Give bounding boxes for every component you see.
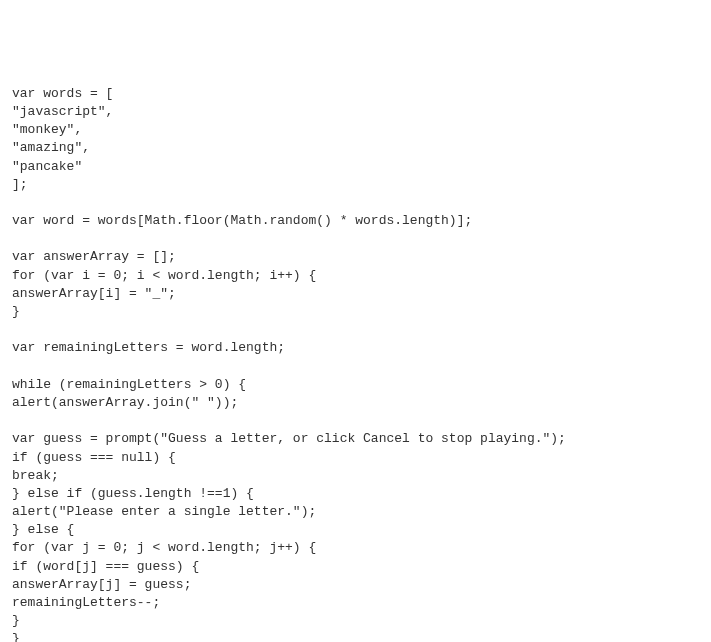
code-line: alert("Please enter a single letter.");: [12, 504, 316, 519]
code-line: for (var j = 0; j < word.length; j++) {: [12, 540, 316, 555]
code-line: } else if (guess.length !==1) {: [12, 486, 254, 501]
code-line: break;: [12, 468, 59, 483]
code-line: } else {: [12, 522, 74, 537]
code-line: if (word[j] === guess) {: [12, 559, 199, 574]
code-line: "amazing",: [12, 140, 90, 155]
code-line: for (var i = 0; i < word.length; i++) {: [12, 268, 316, 283]
code-line: }: [12, 631, 20, 642]
code-line: answerArray[i] = "_";: [12, 286, 176, 301]
code-line: "monkey",: [12, 122, 82, 137]
code-line: ];: [12, 177, 28, 192]
code-line: remainingLetters--;: [12, 595, 160, 610]
code-line: "javascript",: [12, 104, 113, 119]
code-line: answerArray[j] = guess;: [12, 577, 191, 592]
code-line: }: [12, 304, 20, 319]
code-line: alert(answerArray.join(" "));: [12, 395, 238, 410]
code-line: while (remainingLetters > 0) {: [12, 377, 246, 392]
code-line: var answerArray = [];: [12, 249, 176, 264]
code-snippet: var words = [ "javascript", "monkey", "a…: [12, 85, 699, 642]
code-line: }: [12, 613, 20, 628]
code-line: if (guess === null) {: [12, 450, 176, 465]
code-line: var word = words[Math.floor(Math.random(…: [12, 213, 472, 228]
code-line: "pancake": [12, 159, 82, 174]
code-line: var guess = prompt("Guess a letter, or c…: [12, 431, 566, 446]
code-line: var words = [: [12, 86, 113, 101]
code-line: var remainingLetters = word.length;: [12, 340, 285, 355]
